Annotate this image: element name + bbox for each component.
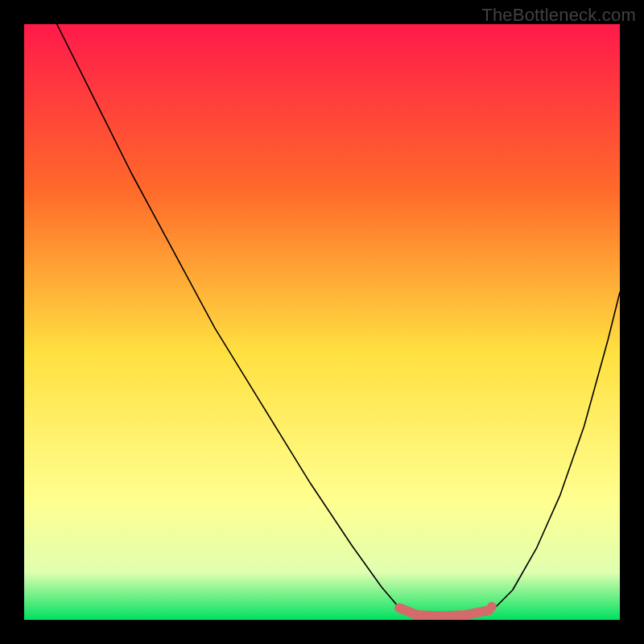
plot-area bbox=[24, 24, 620, 620]
marker-dot bbox=[487, 602, 497, 612]
chart-svg bbox=[24, 24, 620, 620]
chart-frame: TheBottleneck.com bbox=[0, 0, 644, 644]
gradient-background bbox=[24, 24, 620, 620]
watermark-text: TheBottleneck.com bbox=[481, 5, 636, 26]
